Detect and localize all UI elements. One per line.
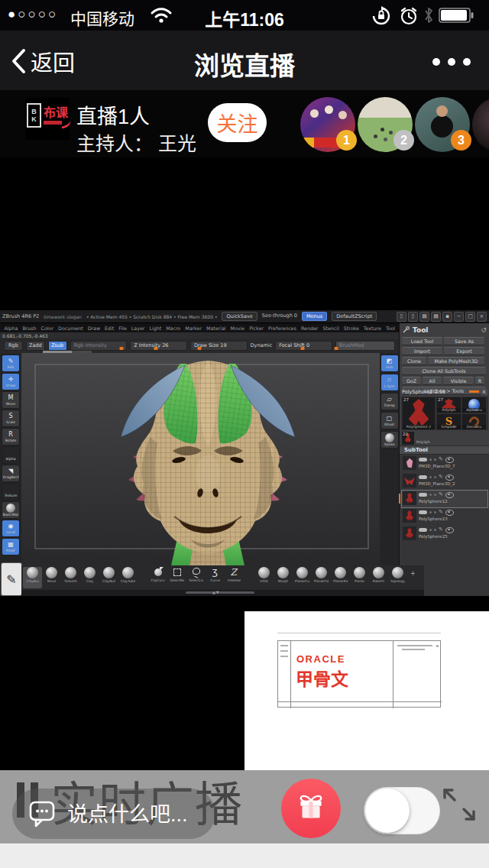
camera-toggle-switch[interactable] (364, 787, 440, 834)
left-shelf-button[interactable]: ✛ Draw (2, 373, 20, 390)
menu-item[interactable]: Light (147, 326, 164, 331)
eye-icon[interactable] (445, 492, 454, 498)
menu-item[interactable]: Stencil (321, 326, 341, 331)
left-shelf-button[interactable]: ✎ Edit (2, 355, 20, 372)
edit-pen-icon[interactable]: ✎ (439, 474, 443, 480)
window-button[interactable]: ▯ (397, 312, 406, 322)
tool-thumbnail[interactable]: SimpleBr (437, 414, 461, 429)
left-shelf-button[interactable]: ◥ DragRect (2, 465, 20, 482)
menu-item[interactable]: Brush (21, 326, 38, 331)
right-shelf-button[interactable]: ▢ Ghost (381, 412, 399, 429)
shelf-control[interactable]: Zsub (48, 341, 67, 351)
window-button[interactable]: ▪ (442, 312, 452, 322)
visibility-pill[interactable] (419, 458, 427, 462)
edit-pen-icon[interactable]: ✎ (439, 457, 443, 462)
menu-item[interactable]: Marker (183, 326, 204, 331)
follow-button[interactable]: 关注 (208, 103, 267, 142)
edit-pen-icon[interactable]: ✎ (439, 492, 443, 497)
subtool-header[interactable]: SubTool (400, 445, 489, 455)
tool-thumbnail[interactable]: AlphaBru (462, 397, 486, 413)
viewer-avatar[interactable] (472, 97, 489, 152)
left-shelf-button[interactable]: Alpha (2, 446, 20, 464)
brush-item[interactable]: Inflat (254, 567, 274, 588)
visibility-pill[interactable] (419, 510, 427, 514)
tool-thumbnail[interactable]: 27 PolySph (437, 397, 461, 413)
brush-item[interactable]: ClayBui (23, 567, 42, 588)
shelf-control[interactable]: Draw Size 19 (190, 341, 248, 351)
menu-item[interactable]: Alpha (2, 326, 20, 331)
tray-scroll-arrows[interactable]: ▲▼ (212, 590, 220, 594)
viewer-avatar[interactable]: 2 (358, 97, 413, 152)
shelf-control[interactable]: Zadd (26, 341, 45, 351)
stroke-item[interactable]: ClipCurv (148, 567, 167, 588)
window-button[interactable]: ▤ (431, 312, 441, 322)
brush-item[interactable]: Move (42, 567, 61, 588)
comment-input-pill[interactable] (12, 789, 215, 839)
eye-icon[interactable] (445, 510, 454, 516)
current-tool-row[interactable]: PolySphere1-2.59 R (402, 388, 487, 395)
left-shelf-button[interactable]: BasicMat (2, 501, 20, 519)
stroke-item[interactable]: SelectLa (186, 567, 206, 588)
tray-more-button[interactable]: + (410, 570, 416, 577)
menus-toggle-button[interactable]: Menus (302, 312, 327, 321)
left-shelf-button[interactable]: R Rotate (2, 428, 20, 445)
tool-button[interactable]: Clone All SubTools (402, 367, 486, 375)
shelf-control[interactable]: Rgb (4, 341, 23, 351)
brush-item[interactable]: Topology (388, 567, 407, 588)
window-button[interactable]: − (454, 312, 464, 322)
tool-button[interactable]: Load Tool (402, 337, 442, 345)
refresh-icon[interactable]: ↺ (481, 326, 487, 334)
quicksave-button[interactable]: QuickSave (222, 312, 257, 321)
tool-button[interactable]: GoZ (402, 377, 421, 385)
quicksketch-pencil-icon[interactable]: ✎ (1, 562, 22, 596)
tool-button[interactable]: Make PolyMesh3D (428, 357, 484, 365)
right-shelf-button[interactable]: ▱ Transp (381, 393, 399, 410)
menu-item[interactable]: Movie (228, 326, 247, 331)
menu-item[interactable]: Stroke (342, 326, 361, 331)
menu-item[interactable]: Tool (384, 326, 397, 331)
tool-button[interactable]: All (423, 377, 442, 385)
left-shelf-button[interactable]: S Scale (2, 410, 20, 427)
menu-item[interactable]: File (117, 326, 129, 331)
tool-button[interactable]: Export (444, 347, 484, 355)
visibility-pill[interactable] (419, 475, 427, 479)
brush-item[interactable]: Smooth (61, 567, 80, 588)
brush-item[interactable]: PlanarFla (312, 567, 331, 588)
left-shelf-button[interactable]: Texture (2, 483, 20, 500)
brush-item[interactable]: ClayBuil (99, 567, 118, 588)
brush-item[interactable]: RakeTri (369, 567, 388, 588)
active-tool-thumbnail[interactable]: 27 PolySphere1-2 (403, 397, 435, 429)
shelf-control[interactable]: Rgb Intensity (70, 341, 128, 351)
window-button[interactable]: ▯ (408, 312, 418, 322)
shelf-control[interactable]: Z Intensity 26 (130, 341, 187, 351)
expand-fullscreen-button[interactable] (442, 784, 477, 825)
menu-item[interactable]: Edit (103, 326, 116, 331)
viewer-avatar[interactable]: 1 (300, 97, 355, 152)
gift-button[interactable] (281, 779, 341, 838)
menu-item[interactable]: Preferences (266, 326, 298, 331)
tool-button[interactable]: Clone (402, 357, 426, 365)
tool-button[interactable]: Visible (443, 377, 474, 385)
menu-item[interactable]: Picker (248, 326, 266, 331)
stroke-item[interactable]: SelectRe (167, 567, 186, 588)
subtool-row[interactable]: ✎ PolySphere23 (402, 508, 487, 525)
brush-item[interactable]: Clay (80, 567, 99, 588)
tool-button[interactable]: Save As (444, 337, 484, 345)
brush-item[interactable]: PlanarRa (331, 567, 350, 588)
shelf-control[interactable]: Dynamic (251, 341, 273, 351)
left-shelf-button[interactable]: M Move (2, 391, 20, 409)
menu-item[interactable]: Layer (129, 326, 147, 331)
brush-item[interactable]: Planar (350, 567, 369, 588)
menu-item[interactable]: Color (39, 326, 55, 331)
brush-item[interactable]: PlanarCu (293, 567, 312, 588)
channel-logo[interactable]: BK 布课 (25, 98, 70, 140)
eye-icon[interactable] (445, 527, 454, 533)
subtool-row[interactable]: ✎ PM3D_Plane3D_2 (402, 473, 487, 490)
visibility-pill[interactable] (419, 528, 427, 532)
menu-item[interactable]: Texture (361, 326, 383, 331)
right-shelf-button[interactable]: ⁙ L.Sym (381, 374, 399, 391)
viewer-avatar[interactable]: 3 (415, 97, 470, 152)
edit-pen-icon[interactable]: ✎ (439, 510, 443, 515)
menu-item[interactable]: Document (57, 326, 86, 331)
tool-thumbnail[interactable]: DecoBru (462, 414, 486, 429)
